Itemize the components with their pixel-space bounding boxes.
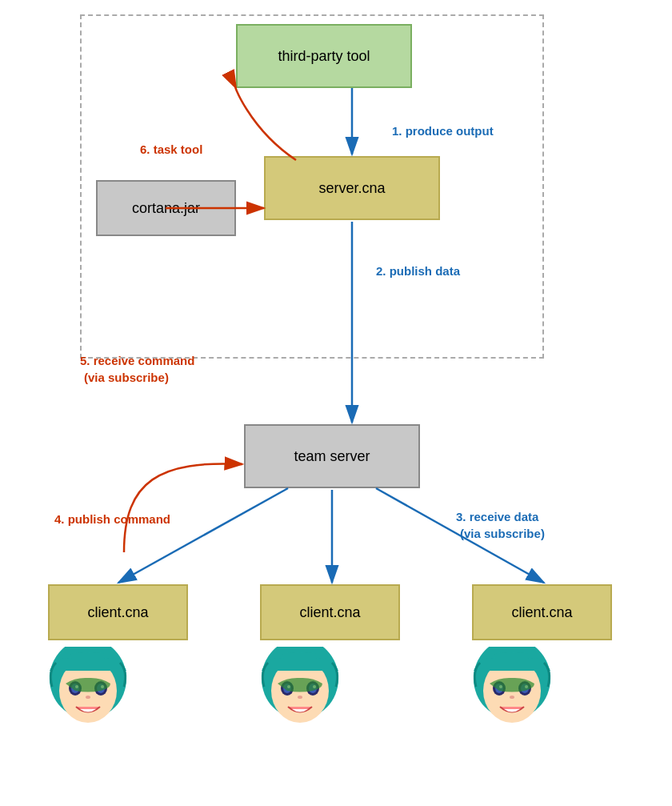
server-cna-label: server.cna <box>318 180 385 197</box>
client1-label: client.cna <box>87 604 148 621</box>
step6-label: 6. task tool <box>140 142 202 156</box>
step3-label: 3. receive data(via subscribe) <box>456 508 545 542</box>
third-party-tool-box: third-party tool <box>236 24 412 88</box>
svg-point-26 <box>298 696 302 699</box>
client3-box: client.cna <box>472 584 612 640</box>
avatar1 <box>40 647 136 735</box>
svg-line-6 <box>118 488 288 583</box>
diagram-container: third-party tool server.cna cortana.jar … <box>0 0 672 806</box>
step5-label: 5. receive command(via subscribe) <box>80 352 194 386</box>
client2-box: client.cna <box>260 584 400 640</box>
step1-label: 1. produce output <box>392 124 494 138</box>
svg-point-35 <box>510 696 514 699</box>
step4-label: 4. publish command <box>54 512 170 526</box>
server-cna-box: server.cna <box>264 156 440 220</box>
svg-point-17 <box>86 696 90 699</box>
avatar3 <box>464 647 560 735</box>
team-server-box: team server <box>244 424 420 488</box>
third-party-label: third-party tool <box>278 48 370 65</box>
team-server-label: team server <box>294 448 370 465</box>
client2-label: client.cna <box>299 604 360 621</box>
step2-label: 2. publish data <box>376 264 460 278</box>
cortana-box: cortana.jar <box>96 180 236 236</box>
client1-box: client.cna <box>48 584 188 640</box>
cortana-label: cortana.jar <box>132 200 200 217</box>
avatar2 <box>252 647 348 735</box>
client3-label: client.cna <box>511 604 572 621</box>
